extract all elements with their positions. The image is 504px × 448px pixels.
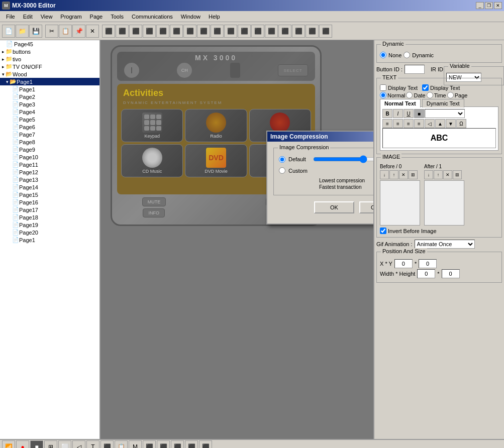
bold-button[interactable]: B bbox=[382, 109, 392, 118]
x-input[interactable] bbox=[394, 259, 413, 268]
bottom-tb-btn-3[interactable]: ■ bbox=[30, 440, 43, 449]
tree-item-page15[interactable]: 📄 Page15 bbox=[0, 191, 99, 198]
bottom-tb-btn-10[interactable]: M bbox=[129, 440, 142, 449]
bottom-tb-btn-12[interactable]: ⬛ bbox=[157, 440, 170, 449]
delete-button[interactable]: ✕ bbox=[86, 25, 99, 38]
before-import-button[interactable]: ↓ bbox=[380, 170, 389, 179]
tb-btn-20[interactable]: ⬛ bbox=[306, 25, 319, 38]
default-radio[interactable] bbox=[279, 156, 285, 163]
tree-item-page4[interactable]: 📄 Page4 bbox=[0, 108, 99, 116]
bottom-tb-btn-5[interactable]: ⬜ bbox=[58, 440, 71, 449]
copy-button[interactable]: 📋 bbox=[59, 25, 72, 38]
tree-item-page10[interactable]: 📄 Page10 bbox=[0, 153, 99, 161]
custom-radio[interactable] bbox=[279, 167, 285, 174]
display-text2-checkbox[interactable] bbox=[422, 84, 429, 91]
menu-file[interactable]: File bbox=[2, 13, 19, 21]
tree-item-page18[interactable]: 📄 Page18 bbox=[0, 213, 99, 221]
ok-button[interactable]: OK bbox=[314, 201, 354, 213]
bottom-tb-btn-13[interactable]: ⬛ bbox=[171, 440, 184, 449]
new-button[interactable]: 📄 bbox=[2, 25, 15, 38]
bottom-tb-btn-6[interactable]: ◁ bbox=[72, 440, 85, 449]
menu-view[interactable]: View bbox=[37, 13, 57, 21]
align-justify-button[interactable]: ≡ bbox=[414, 119, 424, 128]
tb-btn-10[interactable]: ⬛ bbox=[170, 25, 183, 38]
bottom-tb-btn-15[interactable]: ⬛ bbox=[199, 440, 212, 449]
tb-btn-21[interactable]: ⬛ bbox=[319, 25, 332, 38]
tree-item-page1-last[interactable]: 📄 Page1 bbox=[0, 236, 99, 244]
before-expand-button[interactable]: ⊞ bbox=[409, 170, 418, 179]
menu-help[interactable]: Help bbox=[205, 13, 224, 21]
tree-item-page8[interactable]: 📄 Page8 bbox=[0, 138, 99, 146]
tb-btn-6[interactable]: ⬛ bbox=[116, 25, 129, 38]
menu-edit[interactable]: Edit bbox=[19, 13, 37, 21]
tree-item-page11[interactable]: 📄 Page11 bbox=[0, 161, 99, 168]
color-button[interactable]: ■ bbox=[414, 109, 424, 118]
width-input[interactable] bbox=[417, 269, 435, 278]
tree-item-tivo[interactable]: ▸ 📁 tivo bbox=[0, 55, 99, 63]
tree-item-page9[interactable]: 📄 Page9 bbox=[0, 146, 99, 153]
invert-checkbox[interactable] bbox=[380, 228, 386, 234]
compression-slider[interactable] bbox=[313, 155, 373, 163]
before-export-button[interactable]: ↑ bbox=[389, 170, 398, 179]
restore-button[interactable]: ❐ bbox=[485, 2, 493, 9]
tb-btn-17[interactable]: ⬛ bbox=[265, 25, 278, 38]
tree-item-page13[interactable]: 📄 Page13 bbox=[0, 176, 99, 183]
tb-btn-15[interactable]: ⬛ bbox=[238, 25, 251, 38]
bottom-tb-btn-7[interactable]: T bbox=[86, 440, 99, 449]
time-text-radio[interactable] bbox=[427, 92, 433, 98]
dynamic-text-tab[interactable]: Dynamic Text bbox=[422, 99, 464, 107]
bottom-tb-btn-9[interactable]: 📋 bbox=[115, 440, 128, 449]
bottom-tb-btn-14[interactable]: ⬛ bbox=[185, 440, 198, 449]
align-center-button[interactable]: ≡ bbox=[393, 119, 403, 128]
date-text-radio[interactable] bbox=[406, 92, 413, 98]
bottom-tb-btn-4[interactable]: ⊞ bbox=[44, 440, 57, 449]
indent-left-button[interactable]: ◁ bbox=[425, 119, 435, 128]
menu-communications[interactable]: Communications bbox=[128, 13, 177, 21]
bottom-tb-btn-8[interactable]: ⬛ bbox=[100, 440, 114, 449]
tree-item-page3[interactable]: 📄 Page3 bbox=[0, 100, 99, 108]
paste-button[interactable]: 📌 bbox=[72, 25, 85, 38]
minimize-button[interactable]: _ bbox=[476, 2, 484, 9]
height-input[interactable] bbox=[442, 269, 460, 278]
normal-text-tab[interactable]: Normal Text bbox=[380, 99, 421, 107]
menu-program[interactable]: Program bbox=[56, 13, 85, 21]
menu-page[interactable]: Page bbox=[86, 13, 107, 21]
tree-item-page20[interactable]: 📄 Page20 bbox=[0, 229, 99, 236]
bottom-tb-btn-11[interactable]: ⬛ bbox=[143, 440, 156, 449]
tree-item-page19[interactable]: 📄 Page19 bbox=[0, 221, 99, 229]
tree-item-page17[interactable]: 📄 Page17 bbox=[0, 206, 99, 213]
tb-btn-9[interactable]: ⬛ bbox=[156, 25, 169, 38]
normal-text-radio[interactable] bbox=[380, 92, 386, 98]
tree-item-page16[interactable]: 📄 Page16 bbox=[0, 198, 99, 206]
tree-item-page5[interactable]: 📄 Page5 bbox=[0, 116, 99, 123]
font-select[interactable] bbox=[425, 109, 465, 118]
after-export-button[interactable]: ↑ bbox=[434, 170, 443, 179]
tb-btn-7[interactable]: ⬛ bbox=[129, 25, 142, 38]
save-button[interactable]: 💾 bbox=[29, 25, 42, 38]
align-right-button[interactable]: ≡ bbox=[404, 119, 414, 128]
italic-button[interactable]: I bbox=[393, 109, 403, 118]
after-import-button[interactable]: ↓ bbox=[424, 170, 433, 179]
tb-btn-11[interactable]: ⬛ bbox=[183, 25, 196, 38]
page-text-radio[interactable] bbox=[447, 92, 454, 98]
tree-item-page1[interactable]: 📄 Page1 bbox=[0, 85, 99, 93]
menu-window[interactable]: Window bbox=[177, 13, 205, 21]
tree-item-page12[interactable]: 📄 Page12 bbox=[0, 168, 99, 176]
tb-btn-14[interactable]: ⬛ bbox=[224, 25, 237, 38]
open-button[interactable]: 📁 bbox=[16, 25, 29, 38]
tb-btn-12[interactable]: ⬛ bbox=[197, 25, 210, 38]
after-expand-button[interactable]: ⊞ bbox=[453, 170, 462, 179]
close-button[interactable]: ✕ bbox=[494, 2, 502, 9]
button-id-input[interactable] bbox=[405, 65, 425, 74]
tree-item-wood-page1-main[interactable]: ▾ 📂 Page1 bbox=[0, 78, 99, 85]
bottom-tb-btn-1[interactable]: 📶 bbox=[2, 440, 15, 449]
subscript-button[interactable]: ▼ bbox=[446, 119, 456, 128]
menu-tools[interactable]: Tools bbox=[107, 13, 128, 21]
align-left-button[interactable]: ≡ bbox=[382, 119, 392, 128]
tb-btn-5[interactable]: ⬛ bbox=[102, 25, 115, 38]
tree-item-page7[interactable]: 📄 Page7 bbox=[0, 131, 99, 138]
dynamic-dynamic-radio[interactable] bbox=[404, 52, 410, 58]
tb-btn-13[interactable]: ⬛ bbox=[211, 25, 224, 38]
y-input[interactable] bbox=[419, 259, 437, 268]
tb-btn-8[interactable]: ⬛ bbox=[143, 25, 156, 38]
